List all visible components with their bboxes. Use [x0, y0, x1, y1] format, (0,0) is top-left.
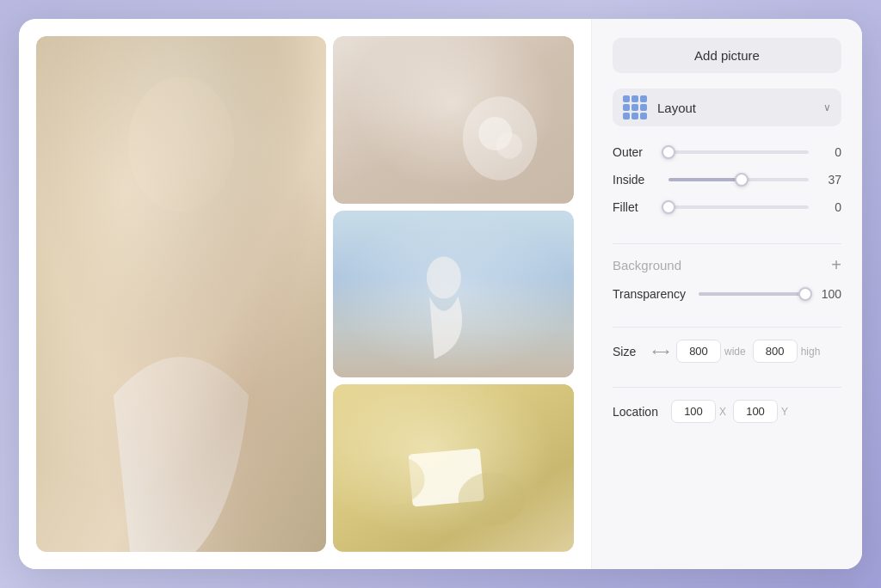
- photo-top-right: [333, 36, 574, 204]
- photo-bot-right: [333, 384, 574, 552]
- inside-label: Inside: [613, 173, 660, 187]
- photo-mid-right: [333, 211, 574, 378]
- location-label: Location: [613, 405, 664, 419]
- outer-slider-row: Outer 0: [613, 145, 841, 159]
- outer-value: 0: [817, 145, 841, 159]
- grid-dot: [623, 113, 630, 119]
- size-width-input[interactable]: [676, 340, 721, 363]
- size-height-unit: high: [801, 346, 821, 358]
- grid-dot: [640, 104, 647, 111]
- location-y-input[interactable]: [733, 400, 778, 423]
- size-height-input[interactable]: [753, 340, 798, 363]
- grid-dot: [631, 113, 638, 119]
- transparency-slider-wrap: [699, 292, 805, 296]
- layout-dropdown[interactable]: Layout ∨: [613, 89, 841, 126]
- outer-track: [668, 150, 809, 154]
- grid-dot: [623, 95, 630, 102]
- inside-thumb[interactable]: [735, 173, 749, 187]
- layout-grid-icon: [623, 95, 647, 119]
- size-row: Size ⟷ wide high: [613, 340, 841, 363]
- fillet-track: [668, 205, 809, 209]
- fillet-value: 0: [817, 200, 841, 214]
- grid-dot: [631, 95, 638, 102]
- add-picture-button[interactable]: Add picture: [613, 38, 841, 73]
- photo-main: [36, 36, 326, 552]
- collage-left: [36, 36, 326, 552]
- transparency-track: [699, 292, 805, 296]
- transparency-value: 100: [814, 287, 841, 301]
- control-panel: Add picture Layout ∨ Outer: [591, 19, 862, 569]
- svg-point-6: [496, 132, 522, 158]
- size-label: Size: [613, 345, 645, 358]
- transparency-label: Transparency: [613, 287, 690, 301]
- chevron-down-icon: ∨: [823, 101, 831, 113]
- svg-rect-1: [36, 36, 326, 552]
- svg-point-11: [367, 456, 425, 505]
- inside-slider-row: Inside 37: [613, 173, 841, 187]
- svg-rect-7: [333, 211, 574, 378]
- link-icon: ⟷: [652, 345, 669, 358]
- location-x-group: X: [671, 400, 726, 423]
- inside-value: 37: [817, 173, 841, 187]
- main-card: Add picture Layout ∨ Outer: [19, 19, 862, 569]
- size-width-group: wide: [676, 340, 746, 363]
- divider-1: [613, 243, 841, 244]
- sliders-section: Outer 0 Inside 37: [613, 145, 841, 214]
- location-row: Location X Y: [613, 400, 841, 423]
- svg-rect-10: [408, 449, 484, 507]
- location-y-group: Y: [733, 400, 788, 423]
- svg-point-5: [478, 117, 512, 150]
- photo-bot-right-bg: [333, 384, 574, 552]
- grid-dot: [640, 113, 647, 119]
- inside-track: [668, 178, 809, 181]
- outer-label: Outer: [613, 145, 660, 159]
- svg-point-4: [463, 96, 538, 180]
- svg-rect-9: [333, 384, 574, 552]
- transparency-row: Transparency 100: [613, 287, 841, 301]
- transparency-thumb[interactable]: [798, 287, 812, 301]
- background-label: Background: [613, 258, 681, 273]
- svg-point-2: [128, 77, 235, 211]
- grid-dot: [623, 104, 630, 111]
- collage-right: [333, 36, 574, 552]
- inside-fill: [668, 178, 742, 181]
- size-height-group: high: [753, 340, 821, 363]
- divider-3: [613, 387, 841, 388]
- svg-point-12: [459, 473, 526, 526]
- fillet-label: Fillet: [613, 200, 660, 214]
- transparency-fill: [699, 292, 805, 296]
- background-add-button[interactable]: +: [831, 256, 841, 273]
- fillet-slider-row: Fillet 0: [613, 200, 841, 214]
- location-x-input[interactable]: [671, 400, 716, 423]
- grid-dot: [640, 95, 647, 102]
- layout-label: Layout: [657, 101, 823, 115]
- collage-area: [19, 19, 591, 569]
- grid-dot: [631, 104, 638, 111]
- photo-top-right-bg: [333, 36, 574, 204]
- background-row: Background +: [613, 256, 841, 273]
- divider-2: [613, 327, 841, 328]
- location-x-axis: X: [719, 406, 726, 418]
- photo-mid-right-bg: [333, 211, 574, 378]
- outer-thumb[interactable]: [662, 145, 675, 159]
- size-width-unit: wide: [724, 346, 746, 358]
- fillet-thumb[interactable]: [662, 200, 675, 214]
- svg-rect-3: [333, 36, 574, 204]
- svg-rect-0: [36, 36, 326, 552]
- svg-point-8: [427, 256, 461, 298]
- location-y-axis: Y: [781, 406, 788, 418]
